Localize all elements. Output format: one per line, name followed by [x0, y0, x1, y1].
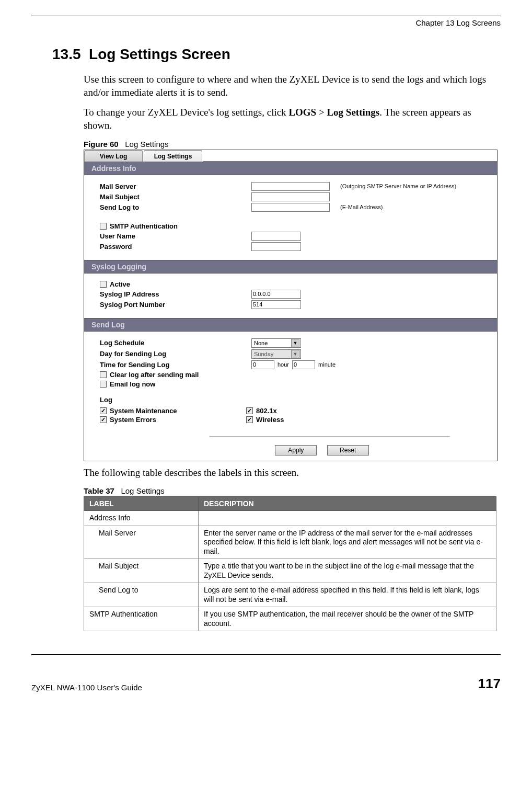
cell-desc: [199, 511, 496, 526]
th-label: LABEL: [84, 497, 199, 511]
checkbox-sys-maint[interactable]: [100, 407, 107, 414]
footer-guide-name: ZyXEL NWA-1100 User's Guide: [31, 683, 142, 692]
section-title-text: Log Settings Screen: [89, 46, 230, 62]
label-syslog-active: Active: [110, 280, 130, 288]
cell-label: Mail Subject: [84, 559, 199, 583]
cell-label: Address Info: [84, 511, 199, 526]
table-row: Mail Server Enter the server name or the…: [84, 526, 496, 559]
input-user-name[interactable]: [251, 232, 301, 241]
checkbox-sys-err[interactable]: [100, 416, 107, 423]
input-mail-server[interactable]: [251, 182, 330, 191]
cell-desc: If you use SMTP authentication, the mail…: [199, 607, 496, 631]
label-mail-server: Mail Server: [100, 183, 251, 190]
cell-label: Send Log to: [84, 583, 199, 607]
select-log-schedule-value: None: [254, 340, 268, 346]
label-send-log-to: Send Log to: [100, 203, 251, 211]
tab-view-log[interactable]: View Log: [84, 150, 143, 162]
label-sys-maint: System Maintenance: [110, 407, 177, 415]
hint-mail-server: (Outgoing SMTP Server Name or IP Address…: [340, 183, 456, 189]
label-sys-err: System Errors: [110, 416, 156, 424]
label-syslog-ip: Syslog IP Address: [100, 290, 251, 298]
table-caption: Table 37 Log Settings: [84, 486, 501, 495]
table-row: SMTP Authentication If you use SMTP auth…: [84, 607, 496, 631]
label-log-schedule: Log Schedule: [100, 339, 251, 347]
cell-desc: Enter the server name or the IP address …: [199, 526, 496, 559]
label-password: Password: [100, 243, 251, 251]
checkbox-email-now[interactable]: [100, 381, 107, 388]
select-day-sending[interactable]: Sunday ▼: [251, 349, 301, 359]
tab-log-settings[interactable]: Log Settings: [144, 150, 202, 162]
chevron-down-icon: ▼: [291, 350, 299, 358]
figure-caption: Figure 60 Log Settings: [84, 140, 501, 149]
label-user-name: User Name: [100, 232, 251, 240]
chevron-down-icon: ▼: [291, 339, 299, 347]
checkbox-8021x[interactable]: [246, 407, 253, 414]
checkbox-smtp-auth[interactable]: [100, 223, 107, 230]
section-heading: 13.5 Log Settings Screen: [52, 46, 501, 63]
checkbox-syslog-active[interactable]: [100, 281, 107, 288]
intro-paragraph-1: Use this screen to configure to where an…: [84, 73, 496, 99]
input-password[interactable]: [251, 242, 301, 251]
checkbox-clear-log[interactable]: [100, 371, 107, 378]
label-8021x: 802.1x: [256, 407, 277, 415]
label-day-sending: Day for Sending Log: [100, 350, 251, 358]
table-row: Mail Subject Type a title that you want …: [84, 559, 496, 583]
label-mail-subject: Mail Subject: [100, 193, 251, 201]
log-settings-screenshot: View Log Log Settings Address Info Mail …: [84, 150, 498, 461]
table-row: Send Log to Logs are sent to the e-mail …: [84, 583, 496, 607]
intro-paragraph-2: To change your ZyXEL Device's log settin…: [84, 106, 496, 132]
input-syslog-port[interactable]: [251, 300, 301, 309]
reset-button[interactable]: Reset: [327, 445, 369, 456]
figure-caption-text: Log Settings: [125, 140, 168, 149]
label-syslog-port: Syslog Port Number: [100, 301, 251, 309]
label-smtp-auth: SMTP Authentication: [110, 222, 178, 230]
th-description: DESCRIPTION: [199, 497, 496, 511]
input-hour[interactable]: [251, 360, 274, 369]
input-minute[interactable]: [292, 360, 315, 369]
cell-desc: Logs are sent to the e-mail address spec…: [199, 583, 496, 607]
input-mail-subject[interactable]: [251, 192, 330, 201]
label-hour: hour: [277, 361, 289, 368]
p2-bold-logs: LOGS: [288, 107, 316, 118]
label-email-now: Email log now: [110, 380, 155, 388]
cell-label: SMTP Authentication: [84, 607, 199, 631]
after-figure-text: The following table describes the labels…: [84, 466, 496, 480]
section-bar-send-log: Send Log: [84, 318, 497, 332]
section-number: 13.5: [52, 46, 81, 62]
hint-send-log-to: (E-Mail Address): [340, 204, 383, 210]
cell-label: Mail Server: [84, 526, 199, 559]
label-wireless: Wireless: [256, 416, 284, 424]
checkbox-wireless[interactable]: [246, 416, 253, 423]
table-caption-text: Log Settings: [121, 486, 164, 495]
select-day-sending-value: Sunday: [254, 351, 273, 357]
chapter-header: Chapter 13 Log Screens: [31, 18, 501, 27]
table-caption-label: Table 37: [84, 486, 114, 495]
section-bar-syslog: Syslog Logging: [84, 260, 497, 274]
label-time-sending: Time for Sending Log: [100, 361, 251, 369]
p2-sep: >: [316, 107, 327, 118]
label-minute: minute: [318, 361, 336, 368]
label-log-heading: Log: [100, 396, 251, 404]
table-row: Address Info: [84, 511, 496, 526]
input-syslog-ip[interactable]: [251, 290, 301, 299]
cell-desc: Type a title that you want to be in the …: [199, 559, 496, 583]
label-clear-log: Clear log after sending mail: [110, 371, 199, 379]
section-bar-address-info: Address Info: [84, 162, 497, 175]
apply-button[interactable]: Apply: [275, 445, 317, 456]
p2-pre: To change your ZyXEL Device's log settin…: [84, 107, 288, 118]
footer-page-number: 117: [478, 676, 501, 692]
input-send-log-to[interactable]: [251, 203, 330, 212]
figure-caption-label: Figure 60: [84, 140, 119, 149]
log-settings-table: LABEL DESCRIPTION Address Info Mail Serv…: [84, 496, 496, 631]
select-log-schedule[interactable]: None ▼: [251, 338, 301, 348]
p2-bold-logsettings: Log Settings: [327, 107, 379, 118]
